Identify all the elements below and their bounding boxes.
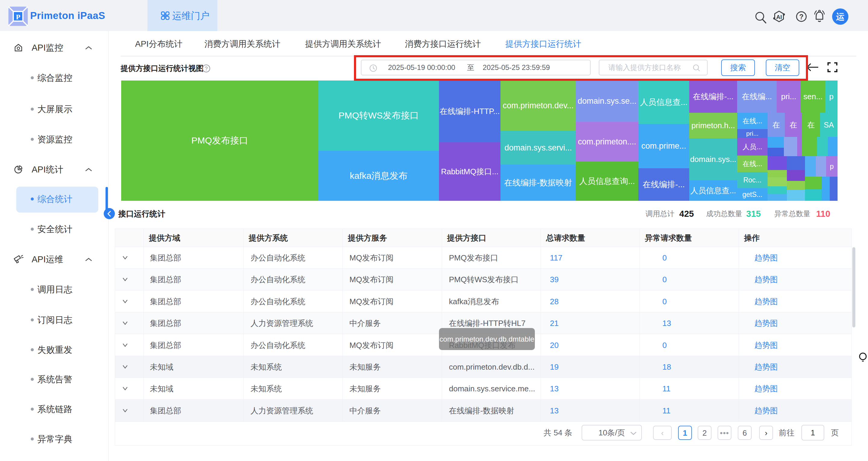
svg-text:P: P bbox=[16, 13, 21, 21]
svg-text:?: ? bbox=[205, 66, 208, 72]
svg-text:?: ? bbox=[799, 13, 804, 21]
svg-text:AI: AI bbox=[776, 14, 782, 20]
